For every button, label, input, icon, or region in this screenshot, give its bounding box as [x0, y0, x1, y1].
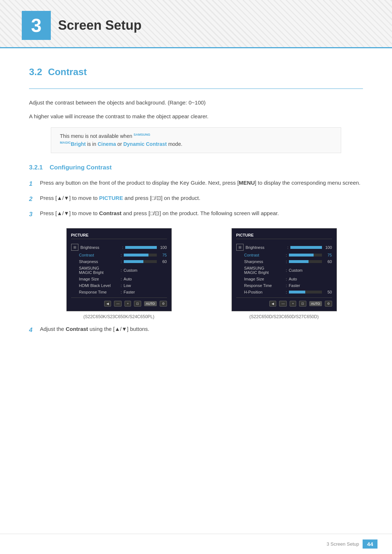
footer-section: 3 Screen Setup [327, 541, 359, 547]
chapter-title: Screen Setup [58, 18, 142, 33]
step-2: 2 Press [▲/▼] to move to PICTURE and pre… [29, 194, 363, 204]
subsection-heading: 3.2.1 Configuring Contrast [29, 164, 363, 171]
screen-right-wrapper: PICTURE ⊞ Brightness : 100 Contrast : [205, 228, 363, 319]
step-3: 3 Press [▲/▼] to move to Contrast and pr… [29, 209, 363, 219]
screen-right-response: Response Time : Faster [236, 282, 332, 289]
section-divider [29, 89, 363, 89]
screen-left-contrast: Contrast : 75 [71, 252, 167, 258]
section-number: 3.2 [29, 66, 42, 78]
screen-left-title: PICTURE [71, 233, 167, 239]
step-content-4: Adjust the Contrast using the [▲/▼] butt… [40, 325, 363, 333]
description2: A higher value will increase the contras… [29, 112, 363, 121]
main-content: 3.2 Contrast Adjust the contrast between… [0, 66, 392, 369]
steps-list: 1 Press any button on the front of the p… [29, 178, 363, 219]
step-content-3: Press [▲/▼] to move to Contrast and pres… [40, 209, 363, 218]
step-1: 1 Press any button on the front of the p… [29, 178, 363, 189]
section-title: Contrast [48, 66, 87, 78]
footer-page-number: 44 [363, 539, 377, 549]
screen-left-response: Response Time : Faster [71, 289, 167, 295]
screen-right-sharpness: Sharpness : 60 [236, 258, 332, 265]
screen-left-bottombar: ◀ — + ⊡ AUTO ⚙ [71, 297, 167, 307]
step-number-2: 2 [29, 194, 40, 204]
screen-left-hdmi: HDMI Black Level : Low [71, 282, 167, 289]
page-footer: 3 Screen Setup 44 [0, 534, 392, 554]
dynamic-contrast-label: Dynamic Contrast [123, 141, 167, 147]
note-or: or [116, 141, 123, 147]
step4-list: 4 Adjust the Contrast using the [▲/▼] bu… [29, 325, 363, 335]
screen-left-sharpness: Sharpness : 60 [71, 258, 167, 265]
screen-right-bottombar: ◀ — + ⊡ AUTO ⚙ [236, 297, 332, 307]
step-number-3: 3 [29, 209, 40, 219]
screens-container: PICTURE ⊞ Brightness : 100 Contrast : [40, 228, 363, 319]
chapter-header: 3 Screen Setup [0, 0, 392, 48]
screen-right-imagesize: Image Size : Auto [236, 276, 332, 282]
screen-right-contrast: Contrast : 75 [236, 252, 332, 258]
screen-right-magic: SAMSUNGMAGIC Bright : Custom [236, 265, 332, 276]
screen-right-brightness: ⊞ Brightness : 100 [236, 243, 332, 252]
note-mid: is in [86, 141, 98, 147]
step-content-1: Press any button on the front of the pro… [40, 178, 363, 187]
note-text: This menu is not available when [60, 133, 134, 139]
step-4: 4 Adjust the Contrast using the [▲/▼] bu… [29, 325, 363, 335]
screen-left-imagesize: Image Size : Auto [71, 276, 167, 282]
screen-icon-r: ⊞ [236, 244, 244, 251]
screen-left-magic: SAMSUNGMAGIC Bright : Custom [71, 265, 167, 276]
screen-right-hposition: H-Position : 50 [236, 289, 332, 295]
bright-label: Bright [71, 141, 86, 147]
screen-icon: ⊞ [71, 244, 78, 251]
subsection-number: 3.2.1 [29, 164, 43, 171]
section-heading: 3.2 Contrast [29, 66, 363, 78]
screen-left-brightness: ⊞ Brightness : 100 [71, 243, 167, 252]
screen-left-wrapper: PICTURE ⊞ Brightness : 100 Contrast : [40, 228, 198, 319]
screen-right: PICTURE ⊞ Brightness : 100 Contrast : [232, 228, 337, 311]
subsection-title: Configuring Contrast [50, 164, 112, 171]
screen-left: PICTURE ⊞ Brightness : 100 Contrast : [66, 228, 172, 311]
step-content-2: Press [▲/▼] to move to PICTURE and press… [40, 194, 363, 202]
description1: Adjust the contrast between the objects … [29, 98, 363, 107]
cinema-label: Cinema [98, 141, 116, 147]
screen-right-caption: (S22C650D/S23C650D/S27C650D) [249, 314, 319, 319]
note-end: mode. [167, 141, 183, 147]
chapter-number: 3 [22, 11, 51, 40]
screen-right-title: PICTURE [236, 233, 332, 239]
step-number-1: 1 [29, 178, 40, 189]
screen-left-caption: (S22C650K/S23C650K/S24C650PL) [83, 314, 154, 319]
step-number-4: 4 [29, 325, 40, 335]
note-box: This menu is not available when SAMSUNGM… [51, 127, 341, 153]
